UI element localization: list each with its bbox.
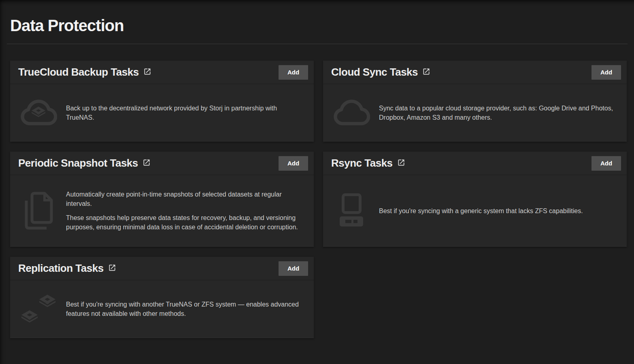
computer-icon bbox=[333, 193, 370, 229]
truecloud-backup-tasks-link[interactable]: TrueCloud Backup Tasks bbox=[18, 66, 151, 78]
card-title: Replication Tasks bbox=[18, 262, 104, 275]
data-protection-page: Data Protection TrueCloud Backup Tasks A… bbox=[0, 0, 634, 338]
card-body: Best if you're syncing with another True… bbox=[10, 280, 314, 338]
card-body: Sync data to a popular cloud storage pro… bbox=[323, 84, 627, 141]
cloud-icon bbox=[333, 98, 370, 127]
card-cloud-sync-tasks: Cloud Sync Tasks Add Sync data to a popu… bbox=[323, 61, 627, 142]
add-replication-button[interactable]: Add bbox=[279, 261, 308, 276]
external-link-icon bbox=[397, 159, 405, 167]
card-replication-tasks: Replication Tasks Add bbox=[10, 257, 314, 338]
card-description-block: Best if you're syncing with a generic sy… bbox=[379, 206, 583, 216]
card-description-block: Automatically create point-in-time snaps… bbox=[66, 190, 306, 232]
card-header: Periodic Snapshot Tasks Add bbox=[10, 152, 314, 175]
card-description-block: Sync data to a popular cloud storage pro… bbox=[379, 104, 619, 122]
add-rsync-button[interactable]: Add bbox=[591, 156, 621, 171]
card-rsync-tasks: Rsync Tasks Add Best if bbox=[323, 152, 627, 247]
cards-grid: TrueCloud Backup Tasks Add bbox=[10, 61, 627, 338]
card-description: Sync data to a popular cloud storage pro… bbox=[379, 104, 619, 122]
card-description: Best if you're syncing with another True… bbox=[66, 300, 306, 318]
card-description: These snapshots help preserve data state… bbox=[66, 213, 306, 232]
card-description-block: Back up to the decentralized network pro… bbox=[66, 104, 306, 122]
external-link-icon bbox=[143, 159, 151, 167]
external-link-icon bbox=[143, 68, 151, 76]
card-description: Automatically create point-in-time snaps… bbox=[66, 190, 306, 208]
card-truecloud-backup-tasks: TrueCloud Backup Tasks Add bbox=[10, 61, 314, 142]
card-periodic-snapshot-tasks: Periodic Snapshot Tasks Add Automati bbox=[10, 152, 314, 247]
storj-cloud-icon bbox=[20, 98, 57, 127]
rsync-tasks-link[interactable]: Rsync Tasks bbox=[331, 157, 405, 169]
replication-cubes-icon bbox=[20, 292, 57, 326]
card-body: Best if you're syncing with a generic sy… bbox=[323, 175, 627, 246]
page-title: Data Protection bbox=[10, 16, 627, 35]
external-link-icon bbox=[108, 264, 116, 272]
cloud-sync-tasks-link[interactable]: Cloud Sync Tasks bbox=[331, 66, 430, 78]
title-divider bbox=[7, 44, 628, 44]
card-header: TrueCloud Backup Tasks Add bbox=[10, 61, 314, 84]
replication-tasks-link[interactable]: Replication Tasks bbox=[18, 262, 116, 275]
card-title: Cloud Sync Tasks bbox=[331, 66, 418, 78]
add-periodic-snapshot-button[interactable]: Add bbox=[279, 156, 308, 171]
add-truecloud-backup-button[interactable]: Add bbox=[279, 65, 308, 80]
snapshot-documents-icon bbox=[20, 190, 57, 231]
card-description-block: Best if you're syncing with another True… bbox=[66, 300, 306, 318]
add-cloud-sync-button[interactable]: Add bbox=[591, 65, 621, 80]
card-title: Periodic Snapshot Tasks bbox=[18, 157, 138, 169]
card-description: Back up to the decentralized network pro… bbox=[66, 104, 306, 122]
card-body: Back up to the decentralized network pro… bbox=[10, 84, 314, 141]
card-body: Automatically create point-in-time snaps… bbox=[10, 175, 314, 246]
card-header: Replication Tasks Add bbox=[10, 257, 314, 280]
card-title: TrueCloud Backup Tasks bbox=[18, 66, 139, 78]
card-header: Cloud Sync Tasks Add bbox=[323, 61, 627, 84]
periodic-snapshot-tasks-link[interactable]: Periodic Snapshot Tasks bbox=[18, 157, 151, 169]
card-description: Best if you're syncing with a generic sy… bbox=[379, 206, 583, 216]
card-title: Rsync Tasks bbox=[331, 157, 393, 169]
card-header: Rsync Tasks Add bbox=[323, 152, 627, 175]
external-link-icon bbox=[422, 68, 430, 76]
